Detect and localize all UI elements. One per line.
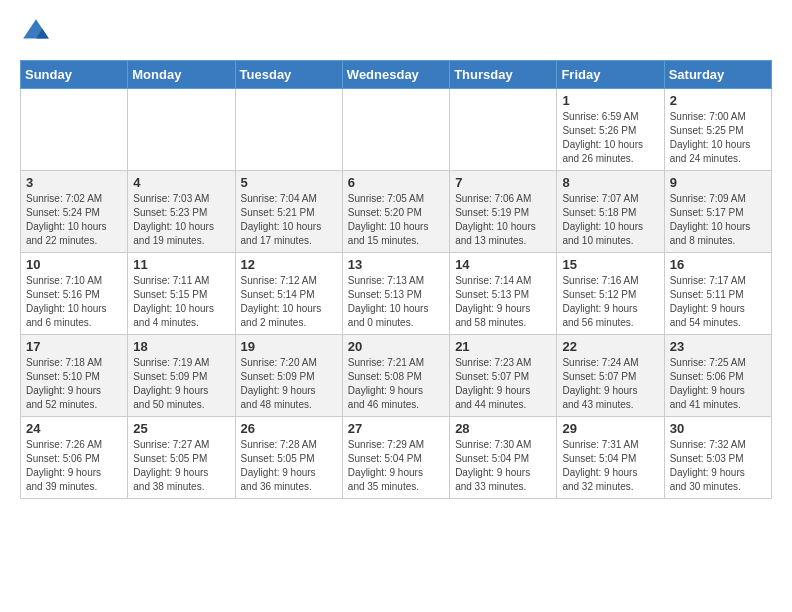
day-info: Sunset: 5:14 PM [241, 288, 337, 302]
day-info: Sunset: 5:05 PM [133, 452, 229, 466]
calendar-body: 1Sunrise: 6:59 AMSunset: 5:26 PMDaylight… [21, 89, 772, 499]
day-number: 2 [670, 93, 766, 108]
day-info: and 2 minutes. [241, 316, 337, 330]
day-info: Daylight: 9 hours [26, 466, 122, 480]
day-number: 25 [133, 421, 229, 436]
day-info: Sunrise: 7:32 AM [670, 438, 766, 452]
day-info: and 19 minutes. [133, 234, 229, 248]
day-cell: 9Sunrise: 7:09 AMSunset: 5:17 PMDaylight… [664, 171, 771, 253]
day-info: Daylight: 9 hours [455, 302, 551, 316]
day-info: Daylight: 10 hours [133, 220, 229, 234]
day-info: Sunset: 5:04 PM [562, 452, 658, 466]
day-info: and 44 minutes. [455, 398, 551, 412]
day-number: 17 [26, 339, 122, 354]
day-info: and 39 minutes. [26, 480, 122, 494]
day-info: Sunrise: 7:30 AM [455, 438, 551, 452]
day-info: and 56 minutes. [562, 316, 658, 330]
day-info: Sunrise: 7:00 AM [670, 110, 766, 124]
day-number: 29 [562, 421, 658, 436]
day-info: Sunset: 5:08 PM [348, 370, 444, 384]
calendar-table: SundayMondayTuesdayWednesdayThursdayFrid… [20, 60, 772, 499]
day-number: 10 [26, 257, 122, 272]
day-cell: 12Sunrise: 7:12 AMSunset: 5:14 PMDayligh… [235, 253, 342, 335]
day-info: and 35 minutes. [348, 480, 444, 494]
day-number: 15 [562, 257, 658, 272]
day-cell: 23Sunrise: 7:25 AMSunset: 5:06 PMDayligh… [664, 335, 771, 417]
day-info: Daylight: 9 hours [241, 384, 337, 398]
day-info: and 17 minutes. [241, 234, 337, 248]
day-cell: 22Sunrise: 7:24 AMSunset: 5:07 PMDayligh… [557, 335, 664, 417]
day-number: 1 [562, 93, 658, 108]
day-info: and 8 minutes. [670, 234, 766, 248]
day-info: Sunset: 5:09 PM [241, 370, 337, 384]
day-info: Sunrise: 7:04 AM [241, 192, 337, 206]
week-row-4: 17Sunrise: 7:18 AMSunset: 5:10 PMDayligh… [21, 335, 772, 417]
day-number: 9 [670, 175, 766, 190]
day-cell: 4Sunrise: 7:03 AMSunset: 5:23 PMDaylight… [128, 171, 235, 253]
day-info: Sunrise: 7:07 AM [562, 192, 658, 206]
day-info: Daylight: 10 hours [670, 138, 766, 152]
day-info: Sunrise: 7:11 AM [133, 274, 229, 288]
day-info: and 48 minutes. [241, 398, 337, 412]
header-cell-wednesday: Wednesday [342, 61, 449, 89]
day-info: Daylight: 9 hours [241, 466, 337, 480]
day-info: and 52 minutes. [26, 398, 122, 412]
day-info: Sunrise: 7:12 AM [241, 274, 337, 288]
week-row-2: 3Sunrise: 7:02 AMSunset: 5:24 PMDaylight… [21, 171, 772, 253]
day-info: Sunset: 5:12 PM [562, 288, 658, 302]
day-info: Sunset: 5:20 PM [348, 206, 444, 220]
day-info: and 26 minutes. [562, 152, 658, 166]
day-cell [342, 89, 449, 171]
day-info: Sunset: 5:23 PM [133, 206, 229, 220]
day-info: and 33 minutes. [455, 480, 551, 494]
day-info: Sunrise: 7:20 AM [241, 356, 337, 370]
day-info: and 10 minutes. [562, 234, 658, 248]
header-cell-saturday: Saturday [664, 61, 771, 89]
day-info: and 54 minutes. [670, 316, 766, 330]
day-info: and 43 minutes. [562, 398, 658, 412]
day-cell: 3Sunrise: 7:02 AMSunset: 5:24 PMDaylight… [21, 171, 128, 253]
day-info: Daylight: 9 hours [455, 466, 551, 480]
calendar-header: SundayMondayTuesdayWednesdayThursdayFrid… [21, 61, 772, 89]
day-info: Daylight: 10 hours [133, 302, 229, 316]
day-info: and 32 minutes. [562, 480, 658, 494]
day-info: and 13 minutes. [455, 234, 551, 248]
day-info: Sunset: 5:19 PM [455, 206, 551, 220]
day-info: Daylight: 9 hours [670, 384, 766, 398]
day-info: Daylight: 10 hours [455, 220, 551, 234]
week-row-5: 24Sunrise: 7:26 AMSunset: 5:06 PMDayligh… [21, 417, 772, 499]
day-info: Sunrise: 7:25 AM [670, 356, 766, 370]
day-number: 26 [241, 421, 337, 436]
day-number: 21 [455, 339, 551, 354]
day-info: Sunset: 5:17 PM [670, 206, 766, 220]
day-cell: 21Sunrise: 7:23 AMSunset: 5:07 PMDayligh… [450, 335, 557, 417]
day-info: and 15 minutes. [348, 234, 444, 248]
day-info: Sunset: 5:21 PM [241, 206, 337, 220]
day-info: Daylight: 9 hours [455, 384, 551, 398]
day-info: Daylight: 9 hours [562, 384, 658, 398]
day-cell: 26Sunrise: 7:28 AMSunset: 5:05 PMDayligh… [235, 417, 342, 499]
day-info: and 50 minutes. [133, 398, 229, 412]
day-info: Sunrise: 7:03 AM [133, 192, 229, 206]
day-info: Sunrise: 7:05 AM [348, 192, 444, 206]
day-info: Sunrise: 7:21 AM [348, 356, 444, 370]
day-info: Sunrise: 7:27 AM [133, 438, 229, 452]
day-info: and 38 minutes. [133, 480, 229, 494]
day-number: 8 [562, 175, 658, 190]
day-number: 7 [455, 175, 551, 190]
day-number: 27 [348, 421, 444, 436]
page-header [20, 16, 772, 48]
day-info: Daylight: 9 hours [670, 302, 766, 316]
day-info: Sunrise: 7:31 AM [562, 438, 658, 452]
day-cell: 30Sunrise: 7:32 AMSunset: 5:03 PMDayligh… [664, 417, 771, 499]
day-cell: 19Sunrise: 7:20 AMSunset: 5:09 PMDayligh… [235, 335, 342, 417]
day-info: and 30 minutes. [670, 480, 766, 494]
day-info: Sunrise: 7:29 AM [348, 438, 444, 452]
day-number: 13 [348, 257, 444, 272]
day-cell: 28Sunrise: 7:30 AMSunset: 5:04 PMDayligh… [450, 417, 557, 499]
day-info: Daylight: 10 hours [241, 302, 337, 316]
day-info: Sunrise: 6:59 AM [562, 110, 658, 124]
day-info: Sunset: 5:25 PM [670, 124, 766, 138]
logo-icon [20, 16, 52, 48]
day-info: Sunrise: 7:26 AM [26, 438, 122, 452]
